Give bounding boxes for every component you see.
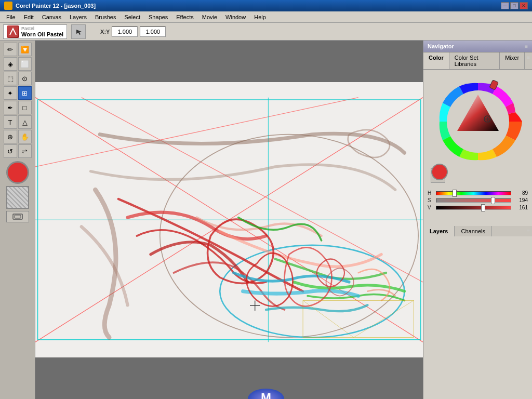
navigator-options-icon[interactable]: ≡ (525, 44, 528, 49)
paint-bucket-tool[interactable]: ◈ (4, 57, 17, 71)
h-slider[interactable] (436, 191, 511, 195)
eraser-tool[interactable]: ⬜ (18, 57, 32, 71)
tool-row-6: T △ (4, 115, 32, 129)
color-panel: Color Color Set Libraries Mixer ≡ (423, 52, 532, 226)
s-slider-row: S 194 (428, 197, 528, 203)
mirror-tool[interactable]: ⇌ (18, 144, 32, 158)
h-label: H (428, 190, 434, 196)
tab-mixer[interactable]: Mixer (500, 52, 525, 69)
mc-logo: M (245, 378, 287, 399)
menu-item-window[interactable]: Window (221, 13, 250, 21)
s-slider[interactable] (436, 198, 511, 203)
shape-tool[interactable]: □ (18, 101, 32, 114)
text-tool[interactable]: T (4, 115, 17, 129)
tool-options-bar: Pastel Worn Oil Pastel X:Y (0, 23, 532, 41)
brush-selector[interactable]: Pastel Worn Oil Pastel (3, 24, 67, 39)
menu-item-edit[interactable]: Edit (20, 13, 38, 21)
title-controls[interactable]: ─ □ ✕ (501, 2, 528, 9)
title-bar-left: Corel Painter 12 - [jason_003] (4, 2, 96, 10)
current-color-swatch[interactable] (431, 164, 448, 180)
brush-category: Pastel (21, 26, 63, 31)
tool-select-icon[interactable] (71, 24, 86, 39)
hand-tool[interactable]: ✋ (18, 130, 32, 143)
tool-row-4: ✦ ⊞ (4, 86, 32, 100)
svg-rect-3 (15, 215, 21, 218)
xy-coordinates: X:Y (100, 26, 166, 37)
pen-tool[interactable]: ✒ (4, 101, 17, 114)
frame-stacks-button[interactable] (6, 211, 29, 222)
magic-wand-tool[interactable]: ✦ (4, 86, 17, 100)
hsv-sliders: H 89 S 194 V (423, 188, 532, 214)
navigator-panel: Navigator ≡ (423, 41, 532, 52)
svg-point-0 (6, 3, 11, 8)
s-label: S (428, 197, 434, 203)
menu-bar: FileEditCanvasLayersBrushesSelectShapesE… (0, 11, 532, 23)
navigator-title: Navigator (428, 43, 454, 49)
tool-row-7: ⊕ ✋ (4, 130, 32, 143)
tab-color-set-libraries[interactable]: Color Set Libraries (449, 52, 500, 69)
navigator-header: Navigator ≡ (423, 41, 532, 52)
y-value-input[interactable] (140, 26, 166, 37)
menu-item-effects[interactable]: Effects (172, 13, 197, 21)
node-tool[interactable]: △ (18, 115, 32, 129)
restore-button[interactable]: □ (510, 2, 518, 9)
xy-label: X:Y (100, 29, 110, 35)
tool-row-5: ✒ □ (4, 101, 32, 114)
color-wheel-area[interactable] (423, 70, 532, 188)
v-slider[interactable] (436, 206, 511, 210)
title-bar: Corel Painter 12 - [jason_003] ─ □ ✕ (0, 0, 532, 11)
tab-color[interactable]: Color (423, 52, 449, 69)
color-tabs: Color Color Set Libraries Mixer ≡ (423, 52, 532, 70)
menu-item-brushes[interactable]: Brushes (91, 13, 120, 21)
canvas-area[interactable] (35, 41, 423, 399)
layers-tabs: Layers Channels ≡ (423, 226, 532, 236)
svg-text:M: M (261, 391, 271, 399)
layers-panel: Layers Channels ≡ (423, 226, 532, 400)
h-value: 89 (513, 190, 528, 196)
rectangular-select-tool[interactable]: ⬚ (4, 72, 17, 85)
x-value-input[interactable] (112, 26, 138, 37)
brush-name: Worn Oil Pastel (21, 31, 63, 37)
menu-item-select[interactable]: Select (120, 13, 144, 21)
window-title: Corel Painter 12 - [jason_003] (16, 3, 96, 9)
s-value: 194 (513, 197, 528, 203)
main-area: ✏ 🔽 ◈ ⬜ ⬚ ⊙ ✦ ⊞ ✒ □ T △ ⊕ ✋ ↺ ⇌ (0, 41, 532, 399)
drawing-canvas[interactable] (35, 82, 423, 357)
canvas-svg (35, 82, 423, 357)
color-panel-options-icon[interactable]: ≡ (525, 52, 532, 69)
painter-icon (4, 2, 12, 10)
v-slider-row: V 161 (428, 205, 528, 210)
color-wheel[interactable] (431, 75, 525, 168)
tool-row-8: ↺ ⇌ (4, 144, 32, 158)
layers-panel-options-icon[interactable]: ≡ (525, 226, 532, 236)
transform-tool[interactable]: ⊞ (18, 86, 32, 100)
h-slider-row: H 89 (428, 190, 528, 196)
brush-name-area: Pastel Worn Oil Pastel (21, 26, 63, 37)
dropper-tool[interactable]: 🔽 (18, 43, 32, 56)
v-value: 161 (513, 205, 528, 210)
tab-layers[interactable]: Layers (423, 226, 455, 236)
tool-row-2: ◈ ⬜ (4, 57, 32, 71)
zoom-tool[interactable]: ⊕ (4, 130, 17, 143)
right-panel: Navigator ≡ Color Color Set Libraries Mi… (423, 41, 532, 399)
foreground-color-swatch[interactable] (6, 161, 29, 184)
close-button[interactable]: ✕ (520, 2, 528, 9)
brush-icon (7, 25, 19, 38)
tool-row-1: ✏ 🔽 (4, 43, 32, 56)
menu-item-help[interactable]: Help (250, 13, 270, 21)
lasso-tool[interactable]: ⊙ (18, 72, 32, 85)
minimize-button[interactable]: ─ (501, 2, 509, 9)
menu-item-canvas[interactable]: Canvas (38, 13, 65, 21)
menu-item-layers[interactable]: Layers (65, 13, 91, 21)
menu-item-shapes[interactable]: Shapes (144, 13, 172, 21)
menu-item-file[interactable]: File (2, 13, 20, 21)
tab-channels[interactable]: Channels (455, 226, 491, 236)
brush-tool[interactable]: ✏ (4, 43, 17, 56)
menu-item-movie[interactable]: Movie (198, 13, 221, 21)
left-toolbar: ✏ 🔽 ◈ ⬜ ⬚ ⊙ ✦ ⊞ ✒ □ T △ ⊕ ✋ ↺ ⇌ (0, 41, 35, 399)
paper-texture-swatch[interactable] (6, 186, 29, 209)
rotate-page-tool[interactable]: ↺ (4, 144, 17, 158)
tool-row-3: ⬚ ⊙ (4, 72, 32, 85)
v-label: V (428, 205, 434, 210)
